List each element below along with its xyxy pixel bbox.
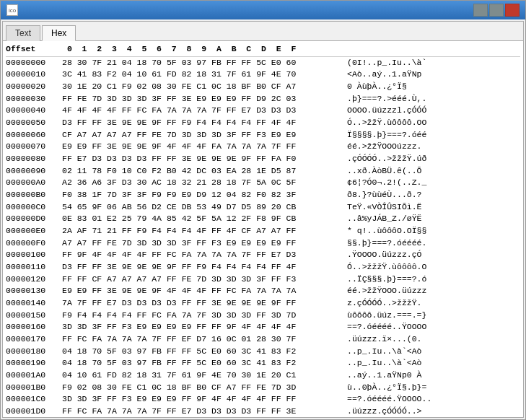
cell-ascii: .ŸOOOO.üúzzz.çÓ: [347, 249, 448, 261]
window-content: Text Hex Offset 0 1 2 3 4 5 6 7 8 9 A B …: [2, 21, 524, 418]
cell-hex: A2 36 A6 3F D3 30 AC 18 32 21 28 18 7F 5…: [62, 177, 347, 189]
hex-content[interactable]: Offset 0 1 2 3 4 5 6 7 8 9 A B C D E F 0…: [3, 41, 523, 417]
cell-hex: 04 10 61 FD 82 18 31 7F 61 9F 4E 70 30 1…: [62, 369, 347, 382]
cell-ascii: ..p_.Iu..\à`<Aò: [347, 346, 448, 358]
table-row: 00000170 FF FC FA 7A 7A 7A 7F FF EF D7 1…: [6, 333, 520, 346]
cell-ascii: ¢6¦?Ó0¬.2!(..Z._: [347, 177, 448, 189]
cell-offset: 00000010: [6, 69, 62, 81]
cell-ascii: TeŸ.«VÒÎÛSIÕì.Ë: [347, 201, 448, 214]
cell-ascii: ð8.}?ùùéÙ...ð.?: [347, 189, 448, 201]
cell-ascii: <Aò..aý..1.aŸNp: [347, 69, 448, 81]
header-hex: 0 1 2 3 4 5 6 7 8 9 A B C D E F: [62, 43, 347, 56]
minimize-button[interactable]: [473, 4, 488, 17]
cell-offset: 00000130: [6, 285, 62, 297]
cell-offset: 00000140: [6, 297, 62, 310]
cell-ascii: OOOO.üúzzzl.çÓÓÓ: [347, 105, 448, 117]
cell-hex: D3 FF FF 3E 9E 9E 9E 9F FF F9 F4 F4 F4 F…: [62, 261, 347, 274]
cell-offset: 00000040: [6, 105, 62, 117]
cell-ascii: §§.þ}===?.óéééé.: [347, 237, 448, 250]
title-controls: [473, 4, 520, 17]
cell-ascii: ==?.óéééé..ŸOOOO: [347, 321, 448, 333]
cell-hex: FF FF CF A7 A7 A7 A7 FF FE 7D 3D 3D 3D 3…: [62, 274, 347, 286]
hex-rows-container: 00000000 28 30 7F 21 04 18 70 5F 03 97 F…: [6, 57, 520, 417]
table-row: 00000150 F9 F4 F4 F4 F4 FF FC FA 7A 7F 3…: [6, 310, 520, 322]
table-row: 00000190 04 18 70 5F 03 97 FB FF FF 5C E…: [6, 357, 520, 369]
table-row: 00000060 CF A7 A7 A7 A7 FF FE 7D 3D 3D 3…: [6, 129, 520, 141]
table-row: 00000020 30 1E 20 C1 F9 02 08 30 FE C1 0…: [6, 81, 520, 93]
cell-offset: 000001C0: [6, 393, 62, 406]
cell-hex: A7 A7 FF FE 7D 3D 3D 3D 3F FF F3 E9 E9 E…: [62, 237, 347, 250]
table-row: 00000090 02 11 78 F0 10 C0 F2 B0 42 DC 0…: [6, 165, 520, 178]
cell-ascii: .üúzzz.çÓÓÓÓ..>: [347, 406, 448, 417]
table-row: 000000C0 54 65 9F 06 AB 56 D2 CE DB 53 4…: [6, 201, 520, 214]
cell-offset: 00000070: [6, 141, 62, 153]
cell-offset: 000001B0: [6, 382, 62, 394]
cell-hex: 3D 3D 3F FF F3 E9 E9 E9 E9 FF FF 9F 4F 4…: [62, 321, 347, 333]
cell-offset: 000000A0: [6, 177, 62, 189]
maximize-button[interactable]: [489, 4, 504, 17]
table-row: 000001D0 FF FC FA 7A 7A 7A 7F FF E7 D3 D…: [6, 406, 520, 417]
cell-hex: D3 FF FF 3E 9E 9E 9F FF F9 F4 F4 F4 F4 F…: [62, 117, 347, 129]
tab-text[interactable]: Text: [6, 25, 40, 41]
cell-hex: FF FE 7D 3D 3D 3D 3F FF 3E E9 E9 E9 FF D…: [62, 93, 347, 105]
table-row: 000000E0 2A AF 71 21 FF F9 F4 F4 F4 4F F…: [6, 225, 520, 237]
cell-offset: 000001A0: [6, 369, 62, 382]
cell-offset: 000000F0: [6, 237, 62, 250]
table-row: 000001A0 04 10 61 FD 82 18 31 7F 61 9F 4…: [6, 369, 520, 382]
cell-ascii: .çÓÓÓÓ..>žžžŸ.úð: [347, 153, 448, 165]
cell-ascii: Ó..>žžŸ.ùôôôô.OO: [347, 117, 448, 129]
cell-ascii: éé.>žžŸOOOúzzz.: [347, 141, 448, 153]
cell-offset: 00000100: [6, 249, 62, 261]
table-row: 000001B0 F9 02 08 30 FE C1 0C 18 BF B0 C…: [6, 382, 520, 394]
main-window: ico Text Hex Offset 0 1 2 3 4 5 6 7 8 9 …: [0, 0, 526, 420]
cell-ascii: Ó..>žžžŸ.ùôôôô.O: [347, 261, 448, 274]
cell-ascii: ù..0þÀ..¿°Ï§.þ}=: [347, 382, 448, 394]
cell-hex: FF E7 D3 D3 D3 D3 FF FF 3E 9E 9E 9E 9F F…: [62, 153, 347, 165]
cell-hex: 04 18 70 5F 03 97 FB FF FF 5C E0 60 3C 4…: [62, 346, 347, 358]
cell-hex: FF FC FA 7A 7A 7A 7F FF E7 D3 D3 D3 D3 F…: [62, 406, 347, 417]
cell-hex: 0E 83 01 E2 25 79 4A 85 42 5F 5A 12 2F F…: [62, 213, 347, 225]
cell-offset: 00000170: [6, 333, 62, 346]
cell-ascii: ..â%yJÁB_Z./øŸË: [347, 213, 448, 225]
table-row: 00000180 04 18 70 5F 03 97 FB FF FF 5C E…: [6, 346, 520, 358]
cell-hex: 2A AF 71 21 FF F9 F4 F4 F4 4F FF 4F CF A…: [62, 225, 347, 237]
cell-ascii: .üúzzz.ï×...(0.: [347, 333, 448, 346]
table-row: 00000050 D3 FF FF 3E 9E 9E 9F FF F9 F4 F…: [6, 117, 520, 129]
table-row: 00000030 FF FE 7D 3D 3D 3D 3F FF 3E E9 E…: [6, 93, 520, 105]
cell-hex: E9 E9 FF 3E 9E 9E 9F 4F 4F 4F FA 7A 7A 7…: [62, 141, 347, 153]
cell-ascii: * q!..ùôôôO.OÏ§§: [347, 225, 448, 237]
tab-hex[interactable]: Hex: [42, 25, 76, 41]
cell-hex: 3D 3D 3F FF F3 E9 E9 E9 FF 9F 4F 4F 4F 4…: [62, 393, 347, 406]
table-row: 000000A0 A2 36 A6 3F D3 30 AC 18 32 21 2…: [6, 177, 520, 189]
cell-hex: 30 1E 20 C1 F9 02 08 30 FE C1 0C 18 BF B…: [62, 81, 347, 93]
cell-offset: 000001D0: [6, 406, 62, 417]
app-icon: ico: [6, 4, 18, 16]
cell-offset: 00000020: [6, 81, 62, 93]
table-row: 00000000 28 30 7F 21 04 18 70 5F 03 97 F…: [6, 57, 520, 69]
table-row: 00000140 7A 7F FF E7 D3 D3 D3 D3 FF FF 3…: [6, 297, 520, 310]
cell-offset: 00000000: [6, 57, 62, 69]
title-bar: ico: [1, 1, 525, 19]
cell-offset: 00000060: [6, 129, 62, 141]
cell-hex: F9 02 08 30 FE C1 0C 18 BF B0 CF A7 FF F…: [62, 382, 347, 394]
cell-hex: 7A 7F FF E7 D3 D3 D3 D3 FF FF 3E 9E 9E 9…: [62, 297, 347, 310]
cell-offset: 00000190: [6, 357, 62, 369]
table-row: 000001C0 3D 3D 3F FF F3 E9 E9 E9 FF 9F 4…: [6, 393, 520, 406]
cell-ascii: ùôôôô.üúz.===.=}: [347, 310, 448, 322]
cell-ascii: ..ÏÇ§§§.þ}===?.ó: [347, 274, 448, 286]
cell-offset: 000000D0: [6, 213, 62, 225]
cell-hex: F9 F4 F4 F4 F4 FF FC FA 7A 7F 3D 3D 3D F…: [62, 310, 347, 322]
table-row: 00000130 E9 E9 FF 3E 9E 9E 9F 4F 4F 4F F…: [6, 285, 520, 297]
cell-offset: 00000110: [6, 261, 62, 274]
cell-offset: 00000150: [6, 310, 62, 322]
close-button[interactable]: [505, 4, 520, 17]
table-row: 000000B0 F0 38 1F 7D 3F 3F F9 F9 E9 D9 1…: [6, 189, 520, 201]
cell-hex: F0 38 1F 7D 3F 3F F9 F9 E9 D9 12 04 82 F…: [62, 189, 347, 201]
cell-ascii: ..xð.ÀòBÜ.ê(..Õ: [347, 165, 448, 178]
title-bar-left: ico: [6, 4, 22, 16]
cell-hex: 28 30 7F 21 04 18 70 5F 03 97 FB FF FF 5…: [62, 57, 347, 69]
cell-hex: 04 18 70 5F 03 97 FB FF FF 5C E0 60 3C 4…: [62, 357, 347, 369]
cell-ascii: ..aý..1.aŸNp0 À: [347, 369, 448, 382]
table-row: 00000080 FF E7 D3 D3 D3 D3 FF FF 3E 9E 9…: [6, 153, 520, 165]
cell-offset: 00000160: [6, 321, 62, 333]
